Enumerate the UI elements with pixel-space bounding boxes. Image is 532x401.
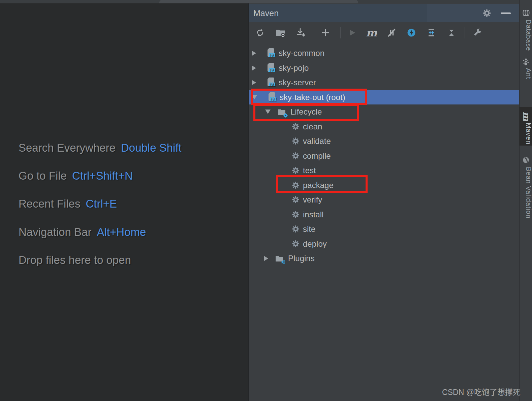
hint-label: Go to File bbox=[19, 169, 67, 182]
gear-icon bbox=[291, 210, 300, 219]
tree-item-goal-install[interactable]: install bbox=[249, 207, 520, 222]
reimport-button[interactable] bbox=[253, 25, 268, 40]
maven-tool-window: Maven bbox=[248, 3, 519, 401]
hint-shortcut: Ctrl+Shift+N bbox=[72, 169, 133, 182]
refresh-icon bbox=[255, 27, 265, 38]
hint-search-everywhere: Search Everywhere Double Shift bbox=[19, 137, 182, 159]
gear-badge-icon bbox=[283, 113, 288, 118]
skip-tests-button[interactable] bbox=[384, 25, 399, 40]
panel-settings-button[interactable] bbox=[479, 4, 494, 22]
tree-item-goal-compile[interactable]: compile bbox=[249, 149, 520, 163]
gear-icon bbox=[291, 225, 300, 233]
hint-label: Navigation Bar bbox=[19, 226, 91, 239]
tree-item-sky-server[interactable]: m sky-server bbox=[249, 75, 520, 90]
chevron-down-icon[interactable] bbox=[265, 110, 271, 114]
maven-module-icon: m bbox=[265, 48, 276, 59]
chevron-right-icon[interactable] bbox=[252, 51, 256, 56]
run-build-button[interactable] bbox=[344, 25, 359, 40]
expand-all-icon bbox=[426, 27, 437, 38]
maven-m-icon: m bbox=[522, 112, 531, 121]
tree-item-lifecycle[interactable]: Lifecycle bbox=[249, 104, 520, 119]
tree-item-sky-take-out-root[interactable]: m sky-take-out (root) bbox=[249, 90, 520, 104]
gear-icon bbox=[482, 8, 492, 18]
lifecycle-folder-icon bbox=[277, 107, 287, 117]
tree-item-goal-verify[interactable]: verify bbox=[249, 192, 520, 207]
maven-module-icon: m bbox=[265, 63, 276, 73]
maven-panel-header: Maven bbox=[249, 4, 520, 22]
tree-item-sky-pojo[interactable]: m sky-pojo bbox=[249, 61, 520, 75]
hint-navigation-bar: Navigation Bar Alt+Home bbox=[19, 221, 146, 243]
maven-module-icon: m bbox=[267, 92, 277, 103]
tree-item-goal-deploy[interactable]: deploy bbox=[249, 237, 520, 251]
plus-icon bbox=[320, 27, 331, 38]
sidebar-tab-bean-validation[interactable]: Bean Validation bbox=[520, 153, 532, 238]
hint-shortcut: Ctrl+E bbox=[86, 197, 117, 210]
skip-tests-icon bbox=[386, 27, 397, 38]
tree-item-sky-common[interactable]: m sky-common bbox=[249, 46, 520, 60]
wrench-icon bbox=[472, 27, 483, 38]
download-icon bbox=[295, 27, 306, 38]
tree-item-goal-clean[interactable]: clean bbox=[249, 119, 520, 134]
tree-item-goal-validate[interactable]: validate bbox=[249, 134, 520, 148]
toolbar-separator bbox=[340, 27, 341, 38]
gear-icon bbox=[291, 181, 300, 189]
hint-label: Recent Files bbox=[19, 197, 80, 210]
plugins-folder-icon bbox=[275, 253, 285, 264]
sidebar-tab-ant[interactable]: Ant bbox=[520, 54, 532, 91]
ant-icon bbox=[522, 58, 530, 66]
csdn-watermark: CSDN @吃饱了想撑死 bbox=[442, 386, 521, 397]
execute-goal-button[interactable]: m bbox=[364, 25, 379, 40]
chevron-down-icon[interactable] bbox=[252, 95, 257, 99]
sidebar-tab-database[interactable]: Database bbox=[520, 0, 532, 51]
chevron-right-icon[interactable] bbox=[264, 256, 268, 261]
bean-validation-icon bbox=[522, 156, 530, 164]
expand-all-button[interactable] bbox=[424, 25, 439, 40]
offline-mode-button[interactable] bbox=[404, 25, 419, 40]
hint-drop-files: Drop files here to open bbox=[19, 249, 131, 271]
panel-title: Maven bbox=[253, 4, 279, 22]
gear-icon bbox=[291, 166, 300, 175]
tree-item-goal-test[interactable]: test bbox=[249, 163, 520, 178]
chevron-right-icon[interactable] bbox=[252, 65, 256, 71]
gear-icon bbox=[291, 137, 300, 145]
maven-settings-button[interactable] bbox=[470, 25, 485, 40]
tree-item-plugins[interactable]: Plugins bbox=[249, 251, 520, 266]
folder-sync-icon bbox=[275, 27, 286, 38]
hint-label: Search Everywhere bbox=[19, 142, 116, 154]
maven-toolbar: m bbox=[249, 22, 520, 43]
chevron-right-icon[interactable] bbox=[252, 80, 256, 85]
gear-icon bbox=[291, 195, 300, 204]
download-sources-button[interactable] bbox=[293, 25, 308, 40]
sidebar-tab-maven[interactable]: m Maven bbox=[520, 107, 532, 146]
maven-module-icon: m bbox=[265, 77, 276, 88]
offline-lightning-icon bbox=[406, 27, 417, 38]
hint-recent-files: Recent Files Ctrl+E bbox=[19, 193, 117, 215]
gear-badge-icon bbox=[281, 259, 286, 265]
minimize-icon bbox=[501, 12, 511, 14]
tree-item-goal-package[interactable]: package bbox=[249, 178, 520, 192]
toolbar-separator bbox=[465, 27, 465, 38]
maven-m-icon: m bbox=[366, 28, 377, 38]
gear-icon bbox=[291, 152, 300, 160]
tool-window-bar-right: Database Ant m Maven Bean Validation bbox=[519, 0, 532, 401]
add-maven-project-button[interactable] bbox=[318, 25, 333, 40]
hint-shortcut: Double Shift bbox=[121, 142, 182, 154]
gear-icon bbox=[291, 122, 300, 131]
collapse-all-button[interactable] bbox=[444, 25, 459, 40]
hint-label: Drop files here to open bbox=[19, 254, 131, 267]
database-icon bbox=[522, 9, 530, 17]
collapse-all-icon bbox=[446, 27, 457, 38]
gear-icon bbox=[291, 240, 300, 248]
toolbar-separator bbox=[315, 27, 315, 38]
generate-sources-button[interactable] bbox=[273, 25, 288, 40]
tree-item-goal-site[interactable]: site bbox=[249, 222, 520, 236]
panel-hide-button[interactable] bbox=[498, 4, 513, 22]
window-top-tab bbox=[159, 0, 358, 3]
play-icon bbox=[346, 27, 357, 38]
hint-go-to-file: Go to File Ctrl+Shift+N bbox=[19, 165, 133, 187]
hint-shortcut: Alt+Home bbox=[97, 226, 146, 239]
